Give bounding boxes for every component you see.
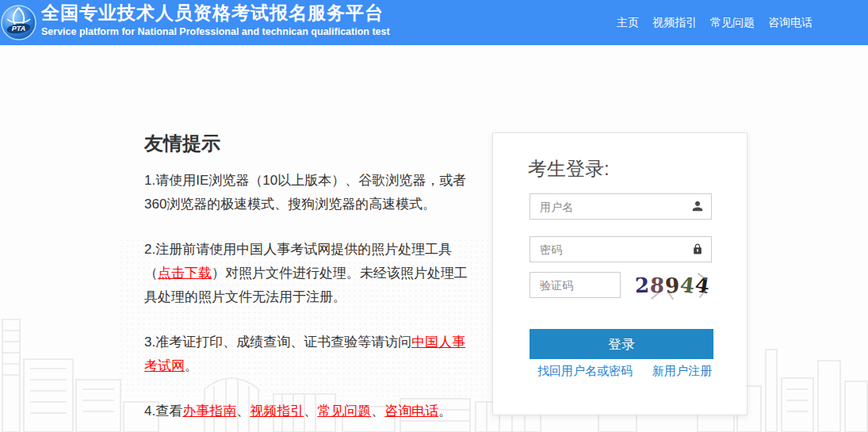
nav-video-guide[interactable]: 视频指引	[652, 16, 697, 30]
tip-text: 。	[438, 403, 452, 419]
site-subtitle: Service platform for National Profession…	[41, 25, 390, 38]
captcha-digit: 2	[634, 273, 650, 298]
tip-item-1: 1.请使用IE浏览器（10以上版本）、谷歌浏览器，或者360浏览器的极速模式、搜…	[144, 169, 479, 216]
password-input[interactable]	[530, 236, 712, 262]
tip-item-3: 3.准考证打印、成绩查询、证书查验等请访问中国人事考试网。	[144, 331, 479, 378]
faq-link[interactable]: 常见问题	[317, 403, 371, 419]
login-links: 找回用户名或密码 新用户注册	[537, 364, 728, 379]
login-heading: 考生登录:	[528, 156, 610, 182]
username-field-wrap	[530, 193, 712, 220]
captcha-input[interactable]	[530, 272, 621, 298]
username-input[interactable]	[530, 193, 712, 220]
video-guide-link[interactable]: 视频指引	[250, 403, 304, 419]
captcha-image[interactable]: 2 8 9 4 4	[633, 272, 713, 299]
tip-text: 、	[304, 403, 317, 419]
brand-block: 全国专业技术人员资格考试报名服务平台 Service platform for …	[41, 2, 390, 38]
service-guide-link[interactable]: 办事指南	[182, 403, 236, 419]
tip-text: 。	[185, 358, 198, 373]
friendly-tips-section: 友情提示 1.请使用IE浏览器（10以上版本）、谷歌浏览器，或者360浏览器的极…	[144, 131, 479, 432]
tip-item-2: 2.注册前请使用中国人事考试网提供的照片处理工具（点击下载）对照片文件进行处理。…	[144, 238, 479, 309]
nav-faq[interactable]: 常见问题	[710, 16, 755, 30]
password-field-wrap	[530, 236, 712, 262]
tip-text: 、	[371, 403, 384, 419]
tip-text: 、	[236, 403, 250, 419]
app-header: PTA 全国专业技术人员资格考试报名服务平台 Service platform …	[0, 0, 868, 45]
login-panel: 考生登录: 2 8 9 4 4 登录 找回用户名或密码 新用户注册	[492, 132, 748, 415]
header-nav: 主页 视频指引 常见问题 咨询电话	[617, 0, 813, 45]
nav-contact-phone[interactable]: 咨询电话	[768, 16, 813, 30]
pta-logo: PTA	[1, 5, 36, 40]
tip-text: 3.准考证打印、成绩查询、证书查验等请访问	[144, 335, 411, 350]
captcha-digit: 8	[649, 273, 666, 298]
site-title: 全国专业技术人员资格考试报名服务平台	[41, 2, 390, 24]
nav-home[interactable]: 主页	[617, 16, 639, 30]
svg-text:PTA: PTA	[12, 25, 25, 32]
captcha-digit: 4	[694, 273, 713, 299]
tip-item-4: 4.查看办事指南、视频指引、常见问题、咨询电话。	[144, 400, 479, 423]
tip-text: 1.请使用IE浏览器（10以上版本）、谷歌浏览器，或者360浏览器的极速模式、搜…	[144, 173, 466, 212]
tips-heading: 友情提示	[144, 131, 479, 156]
recover-account-link[interactable]: 找回用户名或密码	[537, 364, 633, 379]
captcha-field-wrap	[530, 272, 621, 298]
tip-text: 4.查看	[144, 403, 182, 419]
download-photo-tool-link[interactable]: 点击下载	[158, 266, 212, 281]
contact-phone-link[interactable]: 咨询电话	[384, 403, 438, 419]
login-button[interactable]: 登录	[530, 329, 713, 359]
new-user-register-link[interactable]: 新用户注册	[652, 364, 712, 379]
